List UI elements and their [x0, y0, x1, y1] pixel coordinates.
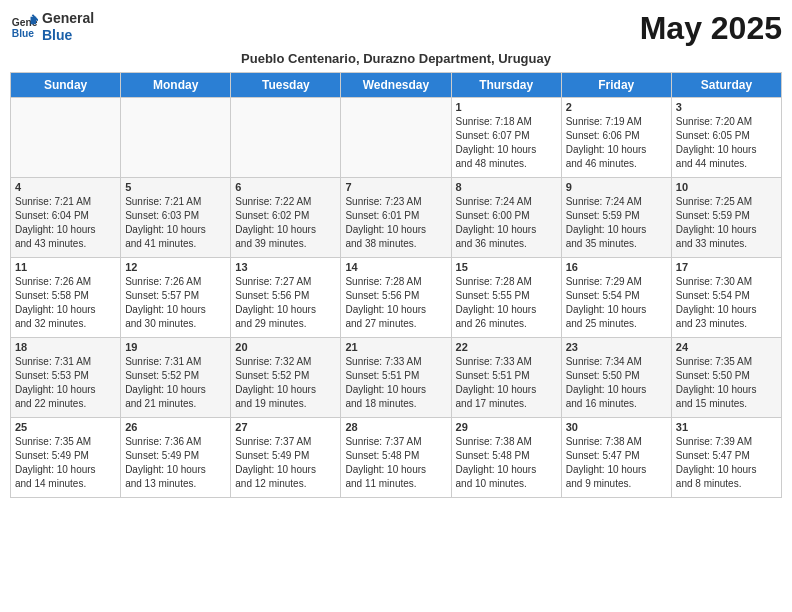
calendar-cell: 15Sunrise: 7:28 AM Sunset: 5:55 PM Dayli… [451, 258, 561, 338]
day-number: 23 [566, 341, 667, 353]
calendar-week-row: 25Sunrise: 7:35 AM Sunset: 5:49 PM Dayli… [11, 418, 782, 498]
day-info: Sunrise: 7:37 AM Sunset: 5:49 PM Dayligh… [235, 435, 336, 491]
day-number: 18 [15, 341, 116, 353]
calendar-cell: 31Sunrise: 7:39 AM Sunset: 5:47 PM Dayli… [671, 418, 781, 498]
day-number: 21 [345, 341, 446, 353]
day-info: Sunrise: 7:38 AM Sunset: 5:47 PM Dayligh… [566, 435, 667, 491]
day-number: 15 [456, 261, 557, 273]
calendar-cell: 1Sunrise: 7:18 AM Sunset: 6:07 PM Daylig… [451, 98, 561, 178]
day-info: Sunrise: 7:24 AM Sunset: 6:00 PM Dayligh… [456, 195, 557, 251]
calendar-week-row: 11Sunrise: 7:26 AM Sunset: 5:58 PM Dayli… [11, 258, 782, 338]
day-number: 10 [676, 181, 777, 193]
calendar-cell [121, 98, 231, 178]
day-number: 6 [235, 181, 336, 193]
logo-general-text: General [42, 10, 94, 27]
day-info: Sunrise: 7:38 AM Sunset: 5:48 PM Dayligh… [456, 435, 557, 491]
header-wednesday: Wednesday [341, 73, 451, 98]
day-number: 3 [676, 101, 777, 113]
day-number: 14 [345, 261, 446, 273]
day-info: Sunrise: 7:22 AM Sunset: 6:02 PM Dayligh… [235, 195, 336, 251]
day-number: 4 [15, 181, 116, 193]
calendar-cell: 21Sunrise: 7:33 AM Sunset: 5:51 PM Dayli… [341, 338, 451, 418]
calendar-week-row: 18Sunrise: 7:31 AM Sunset: 5:53 PM Dayli… [11, 338, 782, 418]
day-info: Sunrise: 7:28 AM Sunset: 5:55 PM Dayligh… [456, 275, 557, 331]
logo-icon: General Blue [10, 13, 38, 41]
day-info: Sunrise: 7:18 AM Sunset: 6:07 PM Dayligh… [456, 115, 557, 171]
calendar-cell: 30Sunrise: 7:38 AM Sunset: 5:47 PM Dayli… [561, 418, 671, 498]
calendar-table: SundayMondayTuesdayWednesdayThursdayFrid… [10, 72, 782, 498]
calendar-cell: 27Sunrise: 7:37 AM Sunset: 5:49 PM Dayli… [231, 418, 341, 498]
day-info: Sunrise: 7:24 AM Sunset: 5:59 PM Dayligh… [566, 195, 667, 251]
day-number: 26 [125, 421, 226, 433]
day-number: 31 [676, 421, 777, 433]
day-number: 20 [235, 341, 336, 353]
day-info: Sunrise: 7:33 AM Sunset: 5:51 PM Dayligh… [456, 355, 557, 411]
header-friday: Friday [561, 73, 671, 98]
day-info: Sunrise: 7:26 AM Sunset: 5:57 PM Dayligh… [125, 275, 226, 331]
header-tuesday: Tuesday [231, 73, 341, 98]
day-info: Sunrise: 7:29 AM Sunset: 5:54 PM Dayligh… [566, 275, 667, 331]
day-number: 5 [125, 181, 226, 193]
day-info: Sunrise: 7:35 AM Sunset: 5:50 PM Dayligh… [676, 355, 777, 411]
day-info: Sunrise: 7:21 AM Sunset: 6:04 PM Dayligh… [15, 195, 116, 251]
day-info: Sunrise: 7:26 AM Sunset: 5:58 PM Dayligh… [15, 275, 116, 331]
calendar-cell [341, 98, 451, 178]
day-number: 30 [566, 421, 667, 433]
day-number: 29 [456, 421, 557, 433]
calendar-cell: 23Sunrise: 7:34 AM Sunset: 5:50 PM Dayli… [561, 338, 671, 418]
calendar-cell: 26Sunrise: 7:36 AM Sunset: 5:49 PM Dayli… [121, 418, 231, 498]
svg-text:Blue: Blue [12, 28, 35, 39]
day-info: Sunrise: 7:19 AM Sunset: 6:06 PM Dayligh… [566, 115, 667, 171]
day-number: 17 [676, 261, 777, 273]
day-number: 27 [235, 421, 336, 433]
calendar-cell: 13Sunrise: 7:27 AM Sunset: 5:56 PM Dayli… [231, 258, 341, 338]
calendar-cell: 6Sunrise: 7:22 AM Sunset: 6:02 PM Daylig… [231, 178, 341, 258]
header-thursday: Thursday [451, 73, 561, 98]
calendar-cell: 29Sunrise: 7:38 AM Sunset: 5:48 PM Dayli… [451, 418, 561, 498]
day-number: 11 [15, 261, 116, 273]
day-number: 1 [456, 101, 557, 113]
logo-blue-text: Blue [42, 27, 94, 44]
day-number: 22 [456, 341, 557, 353]
day-number: 25 [15, 421, 116, 433]
day-number: 24 [676, 341, 777, 353]
calendar-cell: 24Sunrise: 7:35 AM Sunset: 5:50 PM Dayli… [671, 338, 781, 418]
logo: General Blue General Blue [10, 10, 94, 44]
calendar-cell: 3Sunrise: 7:20 AM Sunset: 6:05 PM Daylig… [671, 98, 781, 178]
calendar-header-row: SundayMondayTuesdayWednesdayThursdayFrid… [11, 73, 782, 98]
calendar-cell: 8Sunrise: 7:24 AM Sunset: 6:00 PM Daylig… [451, 178, 561, 258]
day-number: 16 [566, 261, 667, 273]
header-monday: Monday [121, 73, 231, 98]
day-info: Sunrise: 7:21 AM Sunset: 6:03 PM Dayligh… [125, 195, 226, 251]
calendar-cell: 17Sunrise: 7:30 AM Sunset: 5:54 PM Dayli… [671, 258, 781, 338]
calendar-cell: 19Sunrise: 7:31 AM Sunset: 5:52 PM Dayli… [121, 338, 231, 418]
calendar-cell: 2Sunrise: 7:19 AM Sunset: 6:06 PM Daylig… [561, 98, 671, 178]
day-info: Sunrise: 7:20 AM Sunset: 6:05 PM Dayligh… [676, 115, 777, 171]
day-number: 2 [566, 101, 667, 113]
calendar-cell [11, 98, 121, 178]
day-info: Sunrise: 7:39 AM Sunset: 5:47 PM Dayligh… [676, 435, 777, 491]
day-info: Sunrise: 7:30 AM Sunset: 5:54 PM Dayligh… [676, 275, 777, 331]
day-number: 19 [125, 341, 226, 353]
calendar-cell: 28Sunrise: 7:37 AM Sunset: 5:48 PM Dayli… [341, 418, 451, 498]
day-info: Sunrise: 7:37 AM Sunset: 5:48 PM Dayligh… [345, 435, 446, 491]
header-saturday: Saturday [671, 73, 781, 98]
calendar-cell: 22Sunrise: 7:33 AM Sunset: 5:51 PM Dayli… [451, 338, 561, 418]
calendar-week-row: 4Sunrise: 7:21 AM Sunset: 6:04 PM Daylig… [11, 178, 782, 258]
day-info: Sunrise: 7:25 AM Sunset: 5:59 PM Dayligh… [676, 195, 777, 251]
calendar-week-row: 1Sunrise: 7:18 AM Sunset: 6:07 PM Daylig… [11, 98, 782, 178]
day-info: Sunrise: 7:36 AM Sunset: 5:49 PM Dayligh… [125, 435, 226, 491]
calendar-cell: 18Sunrise: 7:31 AM Sunset: 5:53 PM Dayli… [11, 338, 121, 418]
subtitle: Pueblo Centenario, Durazno Department, U… [10, 51, 782, 66]
calendar-cell: 7Sunrise: 7:23 AM Sunset: 6:01 PM Daylig… [341, 178, 451, 258]
calendar-cell: 25Sunrise: 7:35 AM Sunset: 5:49 PM Dayli… [11, 418, 121, 498]
calendar-cell: 5Sunrise: 7:21 AM Sunset: 6:03 PM Daylig… [121, 178, 231, 258]
day-info: Sunrise: 7:33 AM Sunset: 5:51 PM Dayligh… [345, 355, 446, 411]
calendar-cell: 4Sunrise: 7:21 AM Sunset: 6:04 PM Daylig… [11, 178, 121, 258]
page-header: General Blue General Blue May 2025 [10, 10, 782, 47]
day-number: 7 [345, 181, 446, 193]
day-info: Sunrise: 7:35 AM Sunset: 5:49 PM Dayligh… [15, 435, 116, 491]
calendar-cell: 12Sunrise: 7:26 AM Sunset: 5:57 PM Dayli… [121, 258, 231, 338]
calendar-cell [231, 98, 341, 178]
calendar-cell: 10Sunrise: 7:25 AM Sunset: 5:59 PM Dayli… [671, 178, 781, 258]
